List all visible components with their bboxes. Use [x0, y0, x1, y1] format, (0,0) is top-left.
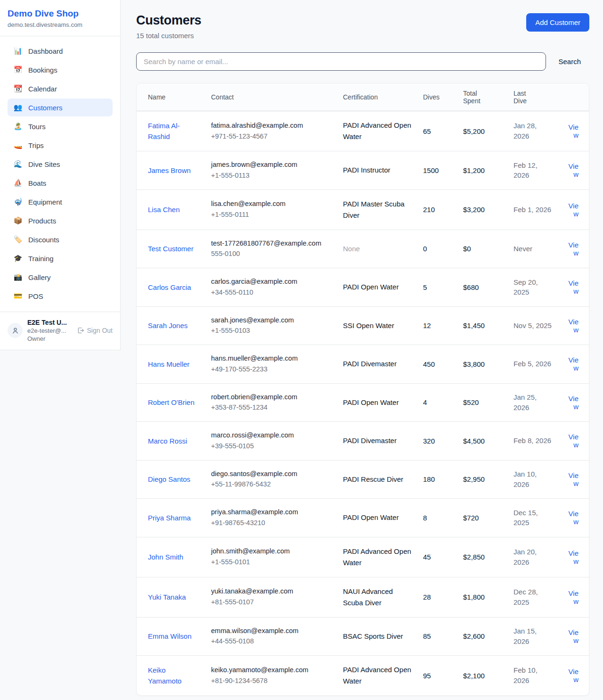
view-link[interactable]: View — [569, 123, 579, 139]
customer-email: john.smith@example.com — [211, 546, 332, 557]
customers-table-card: Name Contact Certification Dives Total S… — [136, 83, 589, 696]
table-row: Emma Wilson emma.wilson@example.com +44-… — [137, 617, 589, 656]
customer-name-link[interactable]: Priya Sharma — [148, 514, 191, 522]
customer-name-link[interactable]: Hans Mueller — [148, 360, 189, 368]
table-row: Fatima Al-Rashid fatima.alrashid@example… — [137, 111, 589, 151]
customer-name-link[interactable]: Diego Santos — [148, 475, 190, 483]
view-link[interactable]: View — [569, 510, 579, 526]
view-link[interactable]: View — [569, 667, 579, 684]
view-link[interactable]: View — [569, 395, 579, 411]
customer-dives: 12 — [417, 306, 457, 345]
diving-mask-icon: 🤿 — [13, 198, 23, 206]
customer-name-link[interactable]: John Smith — [148, 553, 183, 561]
customer-name-link[interactable]: James Brown — [148, 166, 191, 174]
customer-dives: 85 — [417, 617, 457, 656]
customer-certification: PADI Instructor — [343, 166, 391, 174]
sign-out-icon — [77, 327, 84, 334]
customer-certification: PADI Rescue Diver — [343, 475, 403, 483]
customer-total-spent: $680 — [457, 268, 508, 307]
sidebar-item-customers[interactable]: 👥 Customers — [8, 99, 113, 116]
main-content: Customers 15 total customers Add Custome… — [121, 0, 603, 700]
sidebar-item-dive-sites[interactable]: 🌊 Dive Sites — [8, 155, 113, 173]
view-link[interactable]: View — [569, 628, 579, 644]
view-link[interactable]: View — [569, 356, 579, 372]
user-info: E2E Test U... e2e-tester@... Owner — [27, 319, 72, 342]
sidebar-item-tours[interactable]: 🏝️ Tours — [8, 117, 113, 135]
sidebar-item-label: Training — [28, 255, 54, 263]
customer-name-link[interactable]: Yuki Tanaka — [148, 593, 186, 601]
view-link[interactable]: View — [569, 549, 579, 565]
table-row: James Brown james.brown@example.com +1-5… — [137, 151, 589, 190]
view-link[interactable]: View — [569, 202, 579, 218]
shop-domain: demo.test.divestreams.com — [8, 21, 113, 28]
customer-phone: +1-555-0103 — [211, 326, 332, 336]
customer-email: robert.obrien@example.com — [211, 392, 332, 403]
search-button[interactable]: Search — [558, 58, 589, 66]
customers-table: Name Contact Certification Dives Total S… — [137, 83, 589, 695]
island-icon: 🏝️ — [13, 122, 23, 131]
sidebar-item-boats[interactable]: ⛵ Boats — [8, 174, 113, 192]
sidebar-item-bookings[interactable]: 📅 Bookings — [8, 61, 113, 79]
view-link[interactable]: View — [569, 589, 579, 605]
search-input[interactable] — [136, 52, 546, 71]
customer-name-link[interactable]: Keiko Yamamoto — [148, 666, 181, 685]
sidebar-item-label: Dive Sites — [28, 160, 60, 168]
column-header-total-spent: Total Spent — [457, 83, 508, 111]
sidebar-item-pos[interactable]: 💳 POS — [8, 287, 113, 305]
view-link[interactable]: View — [569, 433, 579, 449]
sidebar-item-gallery[interactable]: 📸 Gallery — [8, 268, 113, 286]
sidebar-item-calendar[interactable]: 📆 Calendar — [8, 80, 113, 98]
sidebar-item-label: Calendar — [28, 85, 57, 93]
customer-name-link[interactable]: Sarah Jones — [148, 321, 187, 329]
customer-last-dive: Feb 12, 2026 — [508, 151, 558, 190]
view-link[interactable]: View — [569, 241, 579, 257]
sidebar-item-training[interactable]: 🎓 Training — [8, 249, 113, 267]
customer-total-spent: $2,100 — [457, 656, 508, 696]
customer-name-link[interactable]: Carlos Garcia — [148, 283, 191, 291]
view-link[interactable]: View — [569, 279, 579, 295]
customer-last-dive: Sep 20, 2025 — [508, 268, 558, 307]
customer-phone: +81-555-0107 — [211, 597, 332, 608]
customer-last-dive: Jan 20, 2026 — [508, 537, 558, 577]
add-customer-button[interactable]: Add Customer — [526, 13, 589, 32]
customer-certification: PADI Divemaster — [343, 436, 397, 445]
table-row: Carlos Garcia carlos.garcia@example.com … — [137, 268, 589, 307]
customer-total-spent: $720 — [457, 499, 508, 537]
view-link[interactable]: View — [569, 318, 579, 334]
customer-phone: +971-55-123-4567 — [211, 132, 332, 142]
sidebar-item-equipment[interactable]: 🤿 Equipment — [8, 193, 113, 211]
customer-total-spent: $1,450 — [457, 306, 508, 345]
customer-name-link[interactable]: Marco Rossi — [148, 437, 187, 445]
sidebar-item-products[interactable]: 📦 Products — [8, 212, 113, 230]
view-link[interactable]: View — [569, 162, 579, 178]
customer-name-link[interactable]: Fatima Al-Rashid — [148, 122, 180, 140]
column-header-name: Name — [137, 83, 205, 111]
search-bar: Search — [136, 52, 589, 71]
customer-dives: 180 — [417, 460, 457, 499]
customer-name-link[interactable]: Emma Wilson — [148, 632, 192, 640]
customer-dives: 45 — [417, 537, 457, 577]
table-row: Lisa Chen lisa.chen@example.com +1-555-0… — [137, 189, 589, 230]
customer-total-spent: $2,950 — [457, 460, 508, 499]
customer-email: keiko.yamamoto@example.com — [211, 665, 332, 675]
customer-phone: +81-90-1234-5678 — [211, 676, 332, 686]
user-name: E2E Test U... — [27, 319, 72, 326]
sidebar-item-trips[interactable]: 🚤 Trips — [8, 136, 113, 154]
customer-name-link[interactable]: Lisa Chen — [148, 206, 180, 214]
customer-name-link[interactable]: Robert O'Brien — [148, 398, 195, 406]
customer-last-dive: Jan 28, 2026 — [508, 111, 558, 151]
table-row: Hans Mueller hans.mueller@example.com +4… — [137, 345, 589, 384]
sidebar-item-discounts[interactable]: 🏷️ Discounts — [8, 231, 113, 248]
customer-last-dive: Feb 10, 2026 — [508, 656, 558, 696]
customer-email: lisa.chen@example.com — [211, 199, 332, 209]
sidebar-item-label: Dashboard — [28, 47, 63, 55]
customer-name-link[interactable]: Test Customer — [148, 245, 194, 253]
sidebar-item-dashboard[interactable]: 📊 Dashboard — [8, 42, 113, 60]
customer-certification: PADI Open Water — [343, 513, 399, 521]
sign-out-button[interactable]: Sign Out — [77, 327, 113, 334]
customer-dives: 450 — [417, 345, 457, 384]
customer-total-spent: $1,200 — [457, 151, 508, 190]
customer-phone: +1-555-0111 — [211, 210, 332, 220]
view-link[interactable]: View — [569, 471, 579, 487]
customer-email: yuki.tanaka@example.com — [211, 586, 332, 597]
